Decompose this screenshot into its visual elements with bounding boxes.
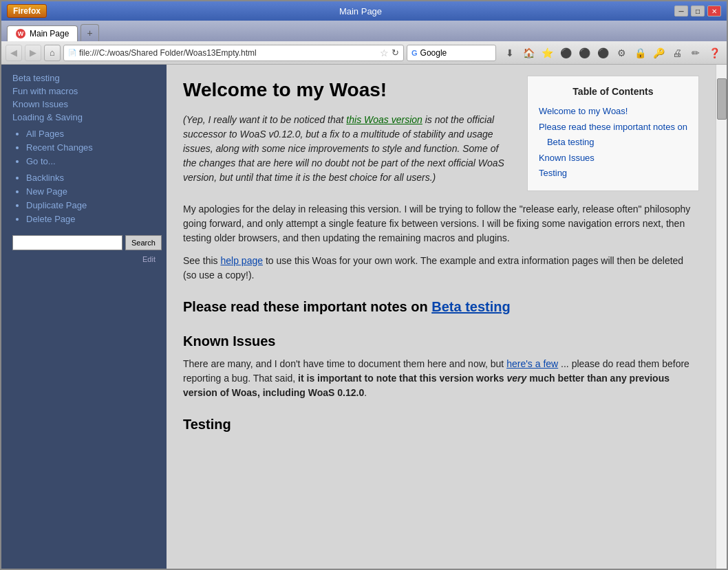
address-icon: 📄 <box>68 49 76 56</box>
sidebar-list-1: All Pages Recent Changes Go to... <box>12 128 156 166</box>
sidebar-edit-area: Edit <box>12 253 156 264</box>
google-icon: G <box>411 49 418 57</box>
section1-heading: Please read these important notes on Bet… <box>183 296 699 317</box>
sidebar-new-page[interactable]: New Page <box>26 186 67 197</box>
here-few-link[interactable]: here's a few <box>506 358 558 369</box>
home-icon[interactable]: 🏠 <box>520 45 537 61</box>
title-bar: Firefox Main Page ─ □ ✕ <box>1 1 727 21</box>
scrollbar-thumb[interactable] <box>717 78 727 120</box>
help-page-link[interactable]: help page <box>220 255 263 266</box>
sidebar-link-loading[interactable]: Loading & Saving <box>12 112 156 122</box>
refresh-icon[interactable]: ↻ <box>392 47 399 58</box>
toc-link-please-read[interactable]: Please read these important notes on <box>539 120 687 134</box>
sidebar-link-macros[interactable]: Fun with macros <box>12 86 156 96</box>
tab-bar: W Main Page + <box>1 21 727 41</box>
new-tab-button[interactable]: + <box>81 24 98 41</box>
help-icon[interactable]: ❓ <box>706 45 722 61</box>
search-input[interactable] <box>12 235 122 250</box>
search-button[interactable]: Search <box>125 235 162 250</box>
list-item: All Pages <box>26 128 156 139</box>
list-item: Go to... <box>26 155 156 166</box>
help-paragraph: See this help page to use this Woas for … <box>183 254 699 283</box>
toolbar-icons: ⬇ 🏠 ⭐ ⚫ ⚫ ⚫ ⚙ 🔒 🔑 🖨 ✏ ❓ <box>502 45 722 61</box>
toc-link-known-issues[interactable]: Known Issues <box>539 151 687 165</box>
scrollbar[interactable] <box>716 65 727 569</box>
print-icon[interactable]: 🖨 <box>669 45 685 61</box>
window-title: Main Page <box>51 6 670 17</box>
apology-paragraph: My apologies for the delay in releasing … <box>183 202 699 245</box>
key-icon[interactable]: 🔑 <box>650 45 667 61</box>
tab-favicon: W <box>16 29 25 39</box>
address-bar[interactable]: 📄 file:///C:/woas/Shared Folder/Woas13Em… <box>63 45 404 61</box>
sidebar-all-pages[interactable]: All Pages <box>26 129 64 139</box>
toc-link-welcome[interactable]: Welcome to my Woas! <box>539 105 687 118</box>
section3-heading: Testing <box>183 414 699 435</box>
toc-link-beta[interactable]: Beta testing <box>539 135 687 149</box>
this-woas-link[interactable]: this Woas version <box>346 114 422 125</box>
circle2-icon[interactable]: ⚫ <box>576 45 592 61</box>
tab-title: Main Page <box>30 29 69 39</box>
beta-testing-link[interactable]: Beta testing <box>431 299 510 314</box>
bookmark-star-icon[interactable]: ☆ <box>380 47 389 58</box>
edit-link[interactable]: Edit <box>142 255 156 263</box>
lock-icon[interactable]: 🔒 <box>632 45 648 61</box>
home-button[interactable]: ⌂ <box>44 45 61 61</box>
circle1-icon[interactable]: ⚫ <box>557 45 574 61</box>
sidebar: Beta testing Fun with macros Known Issue… <box>1 65 167 569</box>
list-item: Recent Changes <box>26 142 156 153</box>
very-text: very <box>506 373 526 384</box>
sidebar-go-to[interactable]: Go to... <box>26 156 56 166</box>
toc-box: Table of Contents Welcome to my Woas! Pl… <box>527 76 699 191</box>
nav-bar: ◀ ▶ ⌂ 📄 file:///C:/woas/Shared Folder/Wo… <box>1 41 727 65</box>
edit-icon[interactable]: ✏ <box>687 45 704 61</box>
sidebar-list-2: Backlinks New Page Duplicate Page Delete… <box>12 172 156 224</box>
list-item: Delete Page <box>26 213 156 224</box>
sidebar-link-beta[interactable]: Beta testing <box>12 73 156 83</box>
list-item: New Page <box>26 186 156 197</box>
sidebar-delete-page[interactable]: Delete Page <box>26 214 76 224</box>
main-content: Table of Contents Welcome to my Woas! Pl… <box>167 65 716 569</box>
search-bar[interactable]: G Google <box>407 45 496 61</box>
known-issues-paragraph: There are many, and I don't have time to… <box>183 357 699 400</box>
download-icon[interactable]: ⬇ <box>502 45 518 61</box>
circle3-icon[interactable]: ⚫ <box>595 45 611 61</box>
minimize-button[interactable]: ─ <box>674 6 688 17</box>
firefox-menu-button[interactable]: Firefox <box>7 4 47 18</box>
address-text: file:///C:/woas/Shared Folder/Woas13Empt… <box>79 48 377 58</box>
search-placeholder: Google <box>420 48 447 58</box>
tools-icon[interactable]: ⚙ <box>613 45 630 61</box>
forward-button[interactable]: ▶ <box>25 45 41 61</box>
sidebar-search: Search <box>12 235 156 250</box>
sidebar-backlinks[interactable]: Backlinks <box>26 173 64 183</box>
bookmarks-icon[interactable]: ⭐ <box>539 45 555 61</box>
maximize-button[interactable]: □ <box>691 6 705 17</box>
browser-content: Beta testing Fun with macros Known Issue… <box>1 65 727 569</box>
active-tab[interactable]: W Main Page <box>7 25 78 41</box>
list-item: Duplicate Page <box>26 199 156 210</box>
close-button[interactable]: ✕ <box>707 6 721 17</box>
section2-heading: Known Issues <box>183 331 699 351</box>
toc-title: Table of Contents <box>539 85 687 99</box>
back-button[interactable]: ◀ <box>6 45 22 61</box>
window-controls: ─ □ ✕ <box>674 6 721 17</box>
sidebar-recent-changes[interactable]: Recent Changes <box>26 142 93 153</box>
sidebar-duplicate-page[interactable]: Duplicate Page <box>26 200 87 210</box>
list-item: Backlinks <box>26 172 156 183</box>
toc-link-testing[interactable]: Testing <box>539 166 687 180</box>
sidebar-link-known-issues[interactable]: Known Issues <box>12 99 156 109</box>
